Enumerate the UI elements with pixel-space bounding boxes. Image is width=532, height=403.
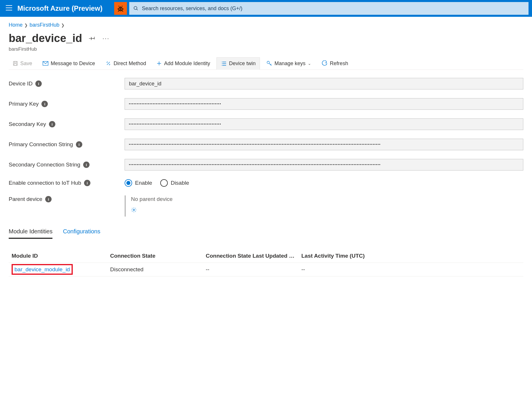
manage-keys-label: Manage keys (274, 61, 305, 67)
input-device-id[interactable] (125, 78, 523, 89)
row-primary-conn: Primary Connection Stringi (9, 139, 523, 150)
label-parent-device: Parent device (9, 196, 42, 202)
key-icon (266, 61, 272, 66)
direct-method-label: Direct Method (114, 61, 146, 67)
parent-device-value: No parent device (131, 196, 173, 202)
radio-enable-label: Enable (135, 180, 152, 186)
pin-icon[interactable] (89, 35, 95, 42)
chevron-right-icon: ❯ (61, 23, 65, 28)
th-module-id: Module ID (12, 253, 110, 259)
row-enable-connection: Enable connection to IoT Hubi Enable Dis… (9, 179, 523, 187)
label-enable-conn: Enable connection to IoT Hub (9, 180, 81, 186)
tabs: Module Identities Configurations (9, 228, 523, 239)
table-row: bar_device_module_id Disconnected -- -- (9, 263, 523, 276)
th-last-activity: Last Activity Time (UTC) (301, 253, 520, 259)
breadcrumb: Home ❯ barsFirstHub ❯ (9, 22, 523, 28)
row-primary-key: Primary Keyi (9, 98, 523, 110)
topbar: Microsoft Azure (Preview) (0, 0, 532, 17)
refresh-label: Refresh (330, 61, 348, 67)
th-conn-state: Connection State (110, 253, 206, 259)
svg-rect-7 (14, 61, 17, 63)
info-icon[interactable]: i (84, 180, 90, 186)
label-primary-conn: Primary Connection String (9, 141, 73, 148)
row-secondary-key: Secondary Keyi (9, 118, 523, 130)
command-bar: Save Message to Device Direct Method Add… (9, 57, 523, 70)
input-primary-conn[interactable] (125, 139, 523, 150)
tab-module-identities[interactable]: Module Identities (9, 228, 52, 239)
save-label: Save (20, 61, 32, 67)
hamburger-menu-icon[interactable] (6, 5, 12, 12)
info-icon[interactable]: i (49, 121, 55, 127)
table-header: Module ID Connection State Connection St… (9, 249, 523, 263)
chevron-right-icon: ❯ (24, 23, 28, 28)
label-primary-key: Primary Key (9, 101, 39, 107)
direct-method-icon (105, 61, 111, 66)
label-secondary-conn: Secondary Connection String (9, 162, 80, 168)
list-icon (221, 61, 227, 66)
module-identities-table: Module ID Connection State Connection St… (9, 249, 523, 276)
info-icon[interactable]: i (76, 141, 82, 148)
save-button: Save (9, 58, 36, 69)
input-secondary-key[interactable] (125, 118, 523, 130)
title-bar: bar_device_id ··· (9, 32, 523, 45)
breadcrumb-home[interactable]: Home (9, 22, 23, 28)
label-device-id: Device ID (9, 80, 32, 87)
radio-enable[interactable]: Enable (125, 179, 152, 187)
breadcrumb-hub[interactable]: barsFirstHub (30, 22, 59, 28)
info-icon[interactable]: i (83, 162, 90, 168)
info-icon[interactable]: i (35, 80, 42, 87)
input-secondary-conn[interactable] (125, 159, 523, 171)
device-twin-label: Device twin (229, 61, 256, 67)
label-secondary-key: Secondary Key (9, 121, 46, 127)
refresh-button[interactable]: Refresh (318, 58, 352, 69)
tab-configurations[interactable]: Configurations (63, 228, 100, 239)
svg-point-4 (134, 6, 137, 10)
input-primary-key[interactable] (125, 98, 523, 110)
save-icon (13, 61, 18, 66)
device-form: Device IDi Primary Keyi Secondary Keyi P… (9, 78, 523, 217)
manage-keys-button[interactable]: Manage keys ⌄ (262, 58, 315, 69)
module-id-link[interactable]: bar_device_module_id (14, 266, 70, 272)
plus-icon (156, 61, 162, 66)
row-parent-device: Parent devicei No parent device (9, 195, 523, 217)
add-module-label: Add Module Identity (164, 61, 210, 67)
cell-conn-state: Disconnected (110, 266, 206, 273)
bug-icon[interactable] (114, 2, 127, 15)
global-search[interactable] (129, 2, 529, 15)
direct-method-button[interactable]: Direct Method (101, 58, 150, 69)
configure-parent-button[interactable] (131, 207, 173, 214)
chevron-down-icon: ⌄ (308, 61, 311, 66)
message-to-device-button[interactable]: Message to Device (39, 58, 99, 69)
page-title: bar_device_id (9, 32, 82, 45)
search-input[interactable] (142, 6, 524, 12)
cell-last-activity: -- (301, 266, 520, 273)
page-subtitle: barsFirstHub (9, 46, 523, 52)
gear-icon (131, 207, 137, 213)
more-icon[interactable]: ··· (102, 35, 109, 42)
row-device-id: Device IDi (9, 78, 523, 89)
add-module-identity-button[interactable]: Add Module Identity (152, 58, 214, 69)
radio-disable[interactable]: Disable (160, 179, 189, 187)
search-icon (133, 6, 139, 11)
radio-disable-label: Disable (171, 180, 189, 186)
device-twin-button[interactable]: Device twin (216, 57, 260, 70)
refresh-icon (322, 61, 327, 66)
svg-line-5 (136, 9, 138, 10)
cell-conn-updated: -- (206, 266, 301, 273)
mail-icon (43, 61, 48, 66)
svg-rect-8 (14, 64, 17, 65)
row-secondary-conn: Secondary Connection Stringi (9, 159, 523, 171)
info-icon[interactable]: i (45, 196, 52, 202)
svg-point-19 (133, 209, 135, 211)
brand-title: Microsoft Azure (Preview) (17, 4, 103, 12)
message-label: Message to Device (51, 61, 95, 67)
th-conn-updated: Connection State Last Updated … (206, 253, 301, 259)
info-icon[interactable]: i (41, 101, 48, 107)
